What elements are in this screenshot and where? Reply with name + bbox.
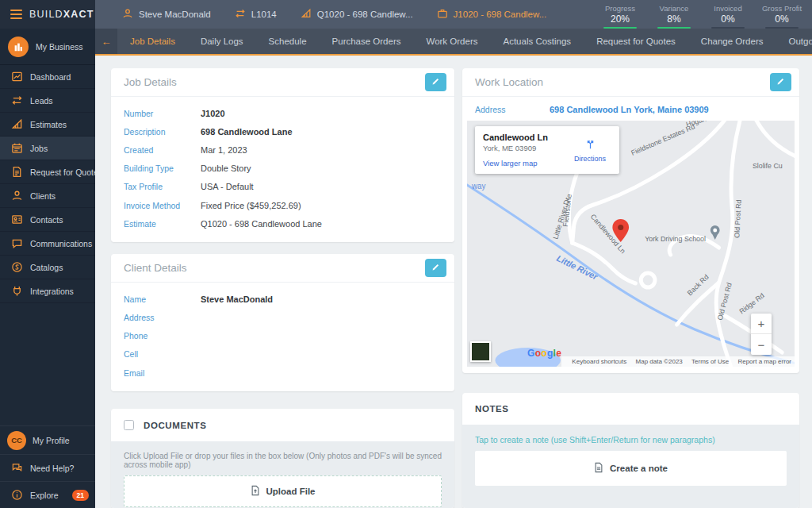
person-icon bbox=[122, 8, 133, 21]
tab-change-orders[interactable]: Change Orders bbox=[688, 29, 776, 54]
google-logo: Google bbox=[527, 348, 561, 359]
topbar-lead[interactable]: L1014 bbox=[235, 8, 277, 21]
set-square-icon bbox=[301, 8, 312, 21]
briefcase-icon bbox=[437, 8, 448, 21]
sidebar-spacer bbox=[0, 303, 95, 425]
notes-hint: Tap to create a note (use Shift+Enter/Re… bbox=[475, 435, 787, 444]
sidebar-item-contacts[interactable]: Contacts bbox=[0, 208, 95, 232]
estimates-icon bbox=[10, 118, 23, 130]
svg-text:way: way bbox=[471, 182, 486, 190]
company-logo-icon bbox=[8, 37, 29, 57]
field-description: Description698 Candlewood Lane bbox=[111, 122, 454, 140]
sidebar-item-clients[interactable]: Clients bbox=[0, 184, 95, 208]
map-zoom-controls: + − bbox=[751, 314, 772, 355]
sidebar-item-catalogs[interactable]: Catalogs bbox=[0, 256, 95, 279]
zoom-out-button[interactable]: − bbox=[751, 334, 772, 355]
buildxact-app: BUILDXACT Steve MacDonald L1014 Q1020 - … bbox=[0, 0, 812, 508]
sidebar-item-communications[interactable]: Communications bbox=[0, 232, 95, 256]
keyboard-shortcuts-link[interactable]: Keyboard shortcuts bbox=[572, 358, 626, 365]
field-client-address: Address bbox=[111, 309, 454, 327]
notes-section: NOTES Tap to create a note (use Shift+En… bbox=[462, 393, 799, 508]
upload-file-button[interactable]: Upload File bbox=[124, 475, 442, 507]
work-location-panel: Work Location Address 698 Candlewood Ln … bbox=[462, 68, 799, 373]
tab-purchase-orders[interactable]: Purchase Orders bbox=[320, 29, 414, 54]
sidebar-item-dashboard[interactable]: Dashboard bbox=[0, 65, 95, 89]
sidebar-need-help[interactable]: Need Help? bbox=[0, 454, 95, 481]
sidebar-item-integrations[interactable]: Integrations bbox=[0, 279, 95, 303]
catalogs-icon bbox=[10, 261, 23, 273]
topbar-user[interactable]: Steve MacDonald bbox=[122, 8, 211, 21]
map-card-title: Candlewood Ln bbox=[483, 133, 569, 142]
upload-file-icon bbox=[251, 485, 260, 498]
map-card-subtitle: York, ME 03909 bbox=[483, 144, 569, 152]
svg-text:York Driving School: York Driving School bbox=[645, 235, 706, 243]
work-address-link[interactable]: 698 Candlewood Ln York, Maine 03909 bbox=[550, 105, 709, 114]
field-client-name: NameSteve MacDonald bbox=[111, 290, 454, 308]
map-info-card: Candlewood Ln York, ME 03909 View larger… bbox=[475, 126, 619, 174]
sidebar-item-estimates[interactable]: Estimates bbox=[0, 113, 95, 137]
tab-outgoing-invoices[interactable]: Outgoing Invoices bbox=[776, 29, 812, 54]
jobs-calendar-icon bbox=[10, 142, 23, 154]
terms-of-use-link[interactable]: Terms of Use bbox=[691, 358, 729, 365]
stat-gross-profit: Gross Profit 0% bbox=[763, 4, 801, 29]
field-client-phone: Phone bbox=[111, 327, 454, 345]
field-invoice-method: Invoice MethodFixed Price ($459,252.69) bbox=[111, 196, 454, 214]
topbar-context-items: Steve MacDonald L1014 Q1020 - 698 Candle… bbox=[95, 0, 546, 29]
documents-checkbox[interactable] bbox=[124, 420, 134, 430]
note-icon bbox=[594, 462, 603, 475]
stat-progress: Progress 20% bbox=[601, 4, 639, 29]
top-bar: BUILDXACT Steve MacDonald L1014 Q1020 - … bbox=[0, 0, 812, 29]
documents-hint: Click Upload File or drop your files in … bbox=[124, 452, 442, 469]
job-details-panel: Job Details NumberJ1020 Description698 C… bbox=[111, 68, 454, 242]
swap-arrows-icon bbox=[235, 8, 246, 21]
google-map[interactable]: way Hogan Slolife Cu Fieldstone Estates … bbox=[467, 121, 795, 367]
work-location-title: Work Location bbox=[475, 76, 543, 88]
field-tax-profile: Tax ProfileUSA - Default bbox=[111, 178, 454, 196]
sidebar: My Business Dashboard Leads Estimates Jo… bbox=[0, 29, 95, 508]
create-note-button[interactable]: Create a note bbox=[475, 451, 787, 486]
notes-title: NOTES bbox=[475, 404, 509, 414]
tab-job-details[interactable]: Job Details bbox=[117, 29, 188, 54]
logo-area: BUILDXACT bbox=[0, 0, 95, 29]
field-estimate: EstimateQ1020 - 698 Candlewood Lane bbox=[111, 214, 454, 233]
directions-link[interactable]: Directions bbox=[574, 155, 606, 163]
stat-invoiced: Invoiced 0% bbox=[709, 4, 747, 29]
satellite-view-thumbnail[interactable] bbox=[470, 341, 491, 362]
explore-badge: 21 bbox=[72, 490, 89, 501]
directions-icon[interactable] bbox=[584, 138, 596, 153]
tab-daily-logs[interactable]: Daily Logs bbox=[188, 29, 256, 54]
work-address-row: Address 698 Candlewood Ln York, Maine 03… bbox=[462, 97, 799, 121]
topbar-estimate[interactable]: Q1020 - 698 Candlew... bbox=[301, 8, 413, 21]
sidebar-my-profile[interactable]: CC My Profile bbox=[0, 425, 95, 454]
sidebar-item-leads[interactable]: Leads bbox=[0, 89, 95, 113]
job-details-title: Job Details bbox=[124, 76, 177, 88]
pencil-icon bbox=[776, 76, 785, 88]
edit-client-details-button[interactable] bbox=[425, 259, 446, 277]
pencil-icon bbox=[431, 76, 440, 88]
sidebar-item-jobs[interactable]: Jobs bbox=[0, 137, 95, 160]
map-data-label: Map data ©2023 bbox=[636, 358, 683, 365]
edit-work-location-button[interactable] bbox=[770, 73, 791, 91]
zoom-in-button[interactable]: + bbox=[751, 314, 772, 334]
back-arrow-button[interactable]: ← bbox=[95, 29, 117, 54]
report-map-error-link[interactable]: Report a map error bbox=[737, 358, 791, 365]
tab-work-orders[interactable]: Work Orders bbox=[414, 29, 491, 54]
tab-request-for-quotes[interactable]: Request for Quotes bbox=[584, 29, 688, 54]
sidebar-explore[interactable]: Explore 21 bbox=[0, 481, 95, 508]
hamburger-menu-icon[interactable] bbox=[10, 10, 22, 19]
field-created: CreatedMar 1, 2023 bbox=[111, 140, 454, 159]
sidebar-my-business[interactable]: My Business bbox=[0, 29, 95, 65]
field-client-email: Email bbox=[111, 364, 454, 382]
view-larger-map-link[interactable]: View larger map bbox=[483, 159, 569, 167]
topbar-job[interactable]: J1020 - 698 Candlew... bbox=[437, 8, 547, 21]
field-number: NumberJ1020 bbox=[111, 104, 454, 122]
edit-job-details-button[interactable] bbox=[425, 73, 446, 91]
integrations-plug-icon bbox=[10, 285, 23, 297]
tab-schedule[interactable]: Schedule bbox=[256, 29, 320, 54]
job-stats: Progress 20% Variance 8% Invoiced 0% Gro… bbox=[593, 0, 812, 29]
field-building-type: Building TypeDouble Story bbox=[111, 160, 454, 178]
client-details-panel: Client Details NameSteve MacDonald Addre… bbox=[111, 254, 454, 391]
sidebar-item-request-for-quotes[interactable]: Request for Quotes bbox=[0, 160, 95, 184]
documents-section: DOCUMENTS Click Upload File or drop your… bbox=[111, 409, 454, 508]
tab-actuals-costings[interactable]: Actuals Costings bbox=[490, 29, 584, 54]
